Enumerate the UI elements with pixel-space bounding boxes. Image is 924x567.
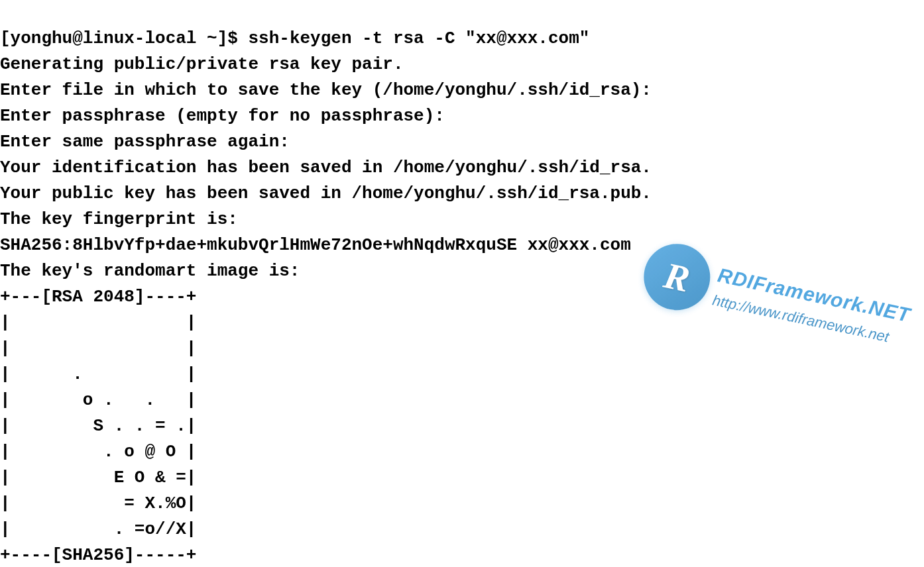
randomart-row-3: | . | (0, 364, 196, 384)
randomart-row-1: | | (0, 313, 196, 333)
randomart-row-5: | S . . = .| (0, 416, 196, 436)
randomart-row-9: | . =o//X| (0, 519, 196, 539)
randomart-row-4: | o . . | (0, 390, 196, 410)
output-passphrase-again: Enter same passphrase again: (0, 132, 290, 152)
prompt-line-1: [yonghu@linux-local ~]$ ssh-keygen -t rs… (0, 28, 589, 48)
output-pub-saved: Your public key has been saved in /home/… (0, 183, 652, 203)
randomart-top: +---[RSA 2048]----+ (0, 287, 196, 307)
output-passphrase: Enter passphrase (empty for no passphras… (0, 106, 445, 126)
output-id-saved: Your identification has been saved in /h… (0, 158, 652, 178)
randomart-row-2: | | (0, 338, 196, 358)
shell-prompt: [yonghu@linux-local ~]$ (0, 28, 248, 48)
terminal-output: [yonghu@linux-local ~]$ ssh-keygen -t rs… (0, 0, 924, 567)
output-randomart-intro: The key's randomart image is: (0, 261, 300, 281)
command-text: ssh-keygen -t rsa -C "xx@xxx.com" (248, 28, 589, 48)
output-generating: Generating public/private rsa key pair. (0, 54, 404, 74)
randomart-row-6: | . o @ O | (0, 442, 196, 462)
output-fingerprint-intro: The key fingerprint is: (0, 209, 238, 229)
randomart-bottom: +----[SHA256]-----+ (0, 545, 196, 565)
randomart-row-7: | E O & =| (0, 468, 196, 488)
output-enter-file: Enter file in which to save the key (/ho… (0, 80, 652, 100)
output-fingerprint: SHA256:8HlbvYfp+dae+mkubvQrlHmWe72nOe+wh… (0, 235, 631, 255)
randomart-row-8: | = X.%O| (0, 493, 196, 513)
